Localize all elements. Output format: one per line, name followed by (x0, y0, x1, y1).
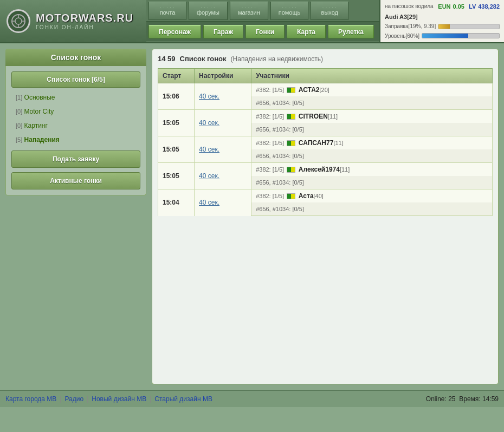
race-table: Старт Настройки Участники 15:06 40 сек. … (158, 68, 493, 216)
race-start: 15:04 (158, 189, 195, 216)
race-participant-1: #382: [1/5] CITROEN[11] (251, 110, 493, 123)
race-start: 15:05 (158, 110, 195, 136)
top-nav-btn-forums[interactable]: · · · · ·форумы (189, 2, 228, 20)
participant-id: #656, #1034: [0/5] (256, 100, 304, 106)
participant-level: [11] (340, 166, 350, 173)
logo-subtitle: ГОНКИ ОН-ЛАЙН (36, 24, 133, 30)
bottom-nav-btn-гараж[interactable]: Гараж (203, 25, 243, 38)
sidebar-item-нападения[interactable]: [5] Нападения (11, 133, 140, 146)
participant-name[interactable]: Аста (299, 192, 314, 200)
lv-value: 438,282 (478, 3, 500, 10)
table-row: 15:06 40 сек. #382: [1/5] АСТА2[20] (158, 83, 493, 97)
top-nav: · · · · ·почта· · · · ·форумы· · · · ·ма… (146, 0, 379, 22)
settings-link[interactable]: 40 сек. (199, 119, 219, 127)
user-currencies: EUN 0.05 LV 438,282 (438, 3, 500, 10)
flag-icon (287, 193, 295, 199)
bottom-nav-btn-рулетка[interactable]: Рулетка (328, 25, 374, 38)
fuel-row: Заправка[19%, 9.39] (385, 23, 500, 29)
top-nav-btn-shop[interactable]: · · · · ·магазин (230, 2, 268, 20)
level-progress (422, 33, 500, 38)
col-participants: Участники (251, 69, 493, 83)
participant-id: #656, #1034: [0/5] (256, 179, 304, 186)
nav-dots: · · · · · (242, 5, 256, 9)
footer-links: Карта города МВ|Радио|Новый дизайн МВ|Ст… (5, 395, 212, 403)
footer-link-2[interactable]: Новый дизайн МВ (92, 395, 146, 403)
settings-link[interactable]: 40 сек. (199, 146, 219, 153)
participant-id: #382: [1/5] (256, 193, 284, 199)
footer-separator: | (87, 395, 88, 403)
nav-label: магазин (238, 9, 260, 16)
sidebar: Список гонок Список гонок [6/5] [1] Осно… (5, 49, 146, 384)
sidebar-item-motor-city[interactable]: [0] Motor City (11, 105, 140, 118)
participant-id: #382: [1/5] (256, 166, 284, 173)
participant-name[interactable]: САПСАН77 (299, 139, 334, 147)
top-nav-btn-logout[interactable]: · · · · ·выход (311, 2, 348, 20)
logo-area: MOTORWARS.RU ГОНКИ ОН-ЛАЙН (0, 0, 146, 42)
race-panel: 14 59 Список гонок (Нападения на недвижи… (152, 49, 499, 384)
race-subtitle: (Нападения на недвижимость) (231, 55, 324, 63)
participant-level: [40] (314, 193, 324, 199)
footer-link-3[interactable]: Старый дизайн МВ (154, 395, 212, 403)
logo-text-area: MOTORWARS.RU ГОНКИ ОН-ЛАЙН (36, 12, 133, 30)
race-list-section-btn[interactable]: Список гонок [6/5] (11, 71, 140, 88)
nav-dots: · · · · · (282, 5, 297, 9)
sidebar-item-count: [1] (16, 94, 22, 101)
race-participant-2: #656, #1034: [0/5] (251, 202, 493, 216)
participant-id: #656, #1034: [0/5] (256, 126, 304, 133)
sidebar-item-основные[interactable]: [1] Основные (11, 91, 140, 104)
race-settings: 40 сек. (195, 163, 251, 189)
race-participant-1: #382: [1/5] Аста[40] (251, 189, 493, 203)
active-races-btn[interactable]: Активные гонки (11, 172, 140, 189)
lv-label: LV (469, 3, 476, 10)
online-count: Online: 25 (426, 395, 456, 403)
level-label: Уровень[60%] (385, 33, 419, 39)
top-nav-btn-mail[interactable]: · · · · ·почта (148, 2, 186, 20)
participant-level: [11] (333, 140, 343, 146)
race-participant-1: #382: [1/5] АСТА2[20] (251, 83, 493, 97)
settings-link[interactable]: 40 сек. (199, 199, 219, 206)
participant-name[interactable]: АСТА2 (299, 86, 320, 94)
race-table-body: 15:06 40 сек. #382: [1/5] АСТА2[20] #656… (158, 83, 493, 216)
user-info: на пасошок водила EUN 0.05 LV 438,282 Au… (379, 0, 504, 42)
settings-link[interactable]: 40 сек. (199, 172, 219, 180)
participant-name[interactable]: Алексей1974 (299, 166, 340, 173)
settings-link[interactable]: 40 сек. (199, 93, 219, 100)
fuel-progress (438, 24, 500, 29)
footer-link-0[interactable]: Карта города МВ (5, 395, 56, 403)
sidebar-body: Список гонок [6/5] [1] Основные[0] Motor… (5, 66, 146, 195)
footer-link-1[interactable]: Радио (64, 395, 83, 403)
bottom-nav-btn-персонаж[interactable]: Персонаж (148, 25, 201, 38)
race-settings: 40 сек. (195, 136, 251, 163)
race-participant-1: #382: [1/5] Алексей1974[11] (251, 163, 493, 176)
race-start: 15:06 (158, 83, 195, 110)
footer: Карта города МВ|Радио|Новый дизайн МВ|Ст… (0, 390, 504, 407)
race-settings: 40 сек. (195, 189, 251, 216)
user-label: на пасошок водила (385, 3, 434, 9)
race-participant-2: #656, #1034: [0/5] (251, 176, 493, 189)
table-row: 15:05 40 сек. #382: [1/5] САПСАН77[11] (158, 136, 493, 150)
eun-value: 0.05 (453, 3, 464, 10)
sidebar-item-count: [0] (16, 108, 22, 115)
logo-title: MOTORWARS.RU (36, 12, 133, 24)
race-title: Список гонок (180, 55, 227, 63)
table-row: 15:04 40 сек. #382: [1/5] Аста[40] (158, 189, 493, 203)
bottom-nav-btn-карта[interactable]: Карта (287, 25, 326, 38)
flag-icon (287, 140, 295, 146)
submit-application-btn[interactable]: Подать заявку (11, 150, 140, 168)
race-start: 15:05 (158, 136, 195, 163)
sidebar-item-name: Картинг (24, 122, 48, 129)
bottom-nav: ПерсонажГаражГонкиКартаРулетка (146, 22, 379, 41)
sidebar-item-name: Motor City (24, 108, 54, 115)
footer-separator: | (60, 395, 61, 403)
bottom-nav-btn-гонки[interactable]: Гонки (245, 25, 285, 38)
race-settings: 40 сек. (195, 83, 251, 110)
sidebar-item-картинг[interactable]: [0] Картинг (11, 119, 140, 132)
nav-label: помощь (279, 9, 301, 16)
sidebar-item-name: Основные (24, 94, 55, 101)
header: MOTORWARS.RU ГОНКИ ОН-ЛАЙН · · · · ·почт… (0, 0, 504, 43)
race-start: 15:05 (158, 163, 195, 189)
table-row: 15:05 40 сек. #382: [1/5] Алексей1974[11… (158, 163, 493, 176)
participant-name[interactable]: CITROEN (299, 113, 328, 120)
top-nav-btn-help[interactable]: · · · · ·помощь (270, 2, 309, 20)
nav-label: выход (321, 9, 338, 16)
